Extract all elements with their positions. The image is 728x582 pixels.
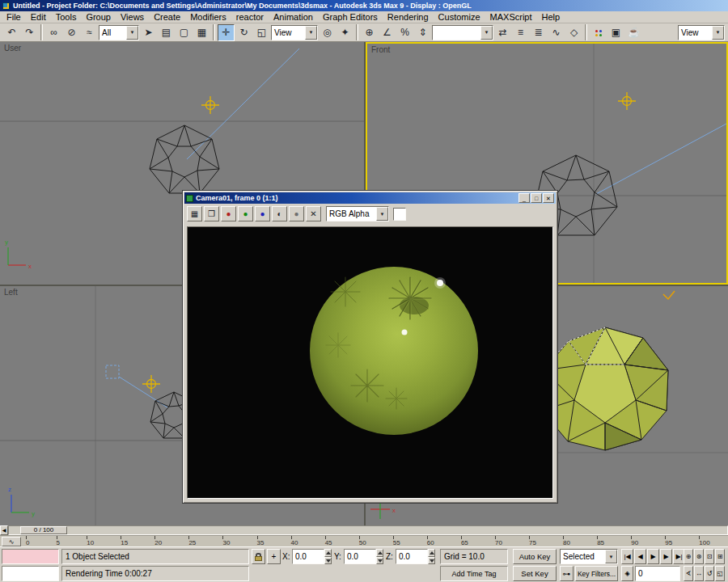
- auto-key-button[interactable]: Auto Key: [513, 549, 557, 564]
- unlink-selection-icon[interactable]: ⊘: [63, 24, 80, 41]
- snap-toggle-icon[interactable]: ⊕: [361, 24, 378, 41]
- background-color-swatch[interactable]: [393, 208, 406, 221]
- menu-item[interactable]: Views: [116, 11, 149, 23]
- menu-item[interactable]: Graph Editors: [318, 11, 383, 23]
- key-mode-toggle-icon[interactable]: ◈: [621, 566, 633, 581]
- reference-coordinate-dropdown[interactable]: View: [271, 25, 318, 40]
- zoom-all-icon[interactable]: ⊛: [694, 549, 704, 564]
- set-key-button[interactable]: Set Key: [513, 566, 557, 581]
- point-helper-gizmo[interactable]: [142, 375, 160, 393]
- minimize-icon[interactable]: _: [518, 193, 530, 203]
- next-frame-icon[interactable]: ▶: [660, 549, 672, 564]
- zoom-extents-all-icon[interactable]: ⊞: [715, 549, 725, 564]
- chevron-down-icon[interactable]: [376, 207, 388, 221]
- current-frame-field[interactable]: 0: [635, 566, 680, 581]
- render-setup-icon[interactable]: ▣: [607, 24, 624, 41]
- chevron-down-icon[interactable]: [480, 26, 493, 40]
- rectangular-selection-region-icon[interactable]: ▢: [176, 24, 193, 41]
- viewport-label[interactable]: Left: [4, 288, 18, 297]
- selection-lock-icon[interactable]: [252, 549, 265, 564]
- time-slider-left-arrow-icon[interactable]: ◀: [0, 525, 8, 535]
- redo-icon[interactable]: ↷: [21, 24, 38, 41]
- set-keys-icon[interactable]: ⊶: [560, 566, 574, 581]
- menu-item[interactable]: Customize: [434, 11, 485, 23]
- select-and-scale-icon[interactable]: ◱: [253, 24, 270, 41]
- maxscript-mini-listener[interactable]: [2, 566, 59, 581]
- wireframe-object[interactable]: [150, 125, 219, 193]
- enable-green-channel-icon[interactable]: ●: [238, 206, 253, 221]
- y-coordinate-field[interactable]: 0.0: [344, 549, 376, 564]
- mini-curve-editor-icon[interactable]: ∿: [2, 537, 21, 546]
- select-and-link-icon[interactable]: ∞: [45, 24, 62, 41]
- close-icon[interactable]: ✕: [543, 193, 554, 203]
- track-bar[interactable]: ∿ 05101520253035404550556065707580859095…: [0, 535, 728, 546]
- render-view-dropdown[interactable]: View: [678, 25, 725, 40]
- arc-rotate-icon[interactable]: ↺: [705, 566, 714, 581]
- clear-icon[interactable]: ✕: [306, 206, 321, 221]
- select-and-move-icon[interactable]: ✛: [218, 24, 235, 41]
- percent-snap-icon[interactable]: %: [396, 24, 413, 41]
- go-to-start-icon[interactable]: |◀: [621, 549, 633, 564]
- pan-icon[interactable]: ↔: [694, 566, 704, 581]
- point-helper-gizmo[interactable]: [201, 96, 219, 114]
- channel-display-dropdown[interactable]: RGB Alpha: [326, 206, 389, 221]
- time-slider-track[interactable]: 0 / 100: [8, 525, 728, 535]
- transform-type-in-icon[interactable]: +: [267, 549, 281, 564]
- menu-item[interactable]: Create: [149, 11, 185, 23]
- bind-to-space-warp-icon[interactable]: ≈: [81, 24, 98, 41]
- min-max-toggle-icon[interactable]: ◱: [715, 566, 725, 581]
- x-spinner[interactable]: [324, 549, 332, 564]
- display-alpha-channel-icon[interactable]: ◐: [272, 206, 287, 221]
- mirror-icon[interactable]: ⇄: [494, 24, 511, 41]
- x-coordinate-field[interactable]: 0.0: [292, 549, 324, 564]
- spinner-snap-icon[interactable]: ⇕: [414, 24, 431, 41]
- maximize-icon[interactable]: □: [531, 193, 542, 203]
- menu-item[interactable]: Tools: [51, 11, 82, 23]
- enable-red-channel-icon[interactable]: ●: [221, 206, 236, 221]
- material-editor-icon[interactable]: [590, 24, 607, 41]
- z-coordinate-field[interactable]: 0.0: [396, 549, 428, 564]
- menu-item[interactable]: Help: [537, 11, 565, 23]
- maxscript-mini-listener-macro[interactable]: [2, 549, 59, 564]
- shaded-polyhedron[interactable]: [542, 327, 668, 450]
- viewport-label[interactable]: Front: [371, 45, 390, 54]
- previous-frame-icon[interactable]: ◀: [634, 549, 646, 564]
- select-and-rotate-icon[interactable]: ↻: [235, 24, 252, 41]
- schematic-view-icon[interactable]: ◇: [565, 24, 582, 41]
- add-time-tag[interactable]: Add Time Tag: [440, 566, 508, 581]
- key-selection-set-dropdown[interactable]: Selected: [560, 549, 618, 564]
- monochrome-icon[interactable]: ●: [289, 206, 304, 221]
- window-crossing-toggle-icon[interactable]: ▦: [193, 24, 210, 41]
- layer-manager-icon[interactable]: ≣: [530, 24, 547, 41]
- title-bar[interactable]: Untitled - Project Folder: C:\Documents …: [0, 0, 728, 11]
- menu-item[interactable]: Animation: [269, 11, 318, 23]
- z-spinner[interactable]: [428, 549, 435, 564]
- menu-item[interactable]: Group: [81, 11, 116, 23]
- menu-item[interactable]: Edit: [26, 11, 51, 23]
- align-icon[interactable]: ≡: [512, 24, 529, 41]
- render-window-titlebar[interactable]: Camera01, frame 0 (1:1) _□✕: [184, 192, 556, 204]
- menu-item[interactable]: File: [2, 11, 26, 23]
- angle-snap-icon[interactable]: ∠: [379, 24, 396, 41]
- point-helper-gizmo[interactable]: [618, 92, 636, 110]
- curve-editor-icon[interactable]: ∿: [548, 24, 565, 41]
- enable-blue-channel-icon[interactable]: ●: [255, 206, 270, 221]
- menu-item[interactable]: Rendering: [383, 11, 434, 23]
- key-filters-button[interactable]: Key Filters...: [575, 566, 618, 581]
- chevron-down-icon[interactable]: [605, 550, 617, 563]
- zoom-extents-icon[interactable]: ⊡: [705, 549, 714, 564]
- save-bitmap-icon[interactable]: ▦: [187, 206, 202, 221]
- y-spinner[interactable]: [376, 549, 383, 564]
- menu-item[interactable]: reactor: [231, 11, 269, 23]
- clone-rendered-frame-icon[interactable]: ❐: [204, 206, 219, 221]
- play-animation-icon[interactable]: ▶: [647, 549, 659, 564]
- selection-filter-dropdown[interactable]: All: [99, 25, 139, 40]
- undo-icon[interactable]: ↶: [3, 24, 20, 41]
- select-by-name-icon[interactable]: ▤: [158, 24, 175, 41]
- menu-item[interactable]: MAXScript: [485, 11, 537, 23]
- field-of-view-icon[interactable]: ∢: [684, 566, 693, 581]
- select-object-icon[interactable]: ➤: [140, 24, 157, 41]
- named-selection-sets-dropdown[interactable]: [432, 25, 493, 40]
- menu-item[interactable]: Modifiers: [185, 11, 231, 23]
- chevron-down-icon[interactable]: [712, 26, 724, 40]
